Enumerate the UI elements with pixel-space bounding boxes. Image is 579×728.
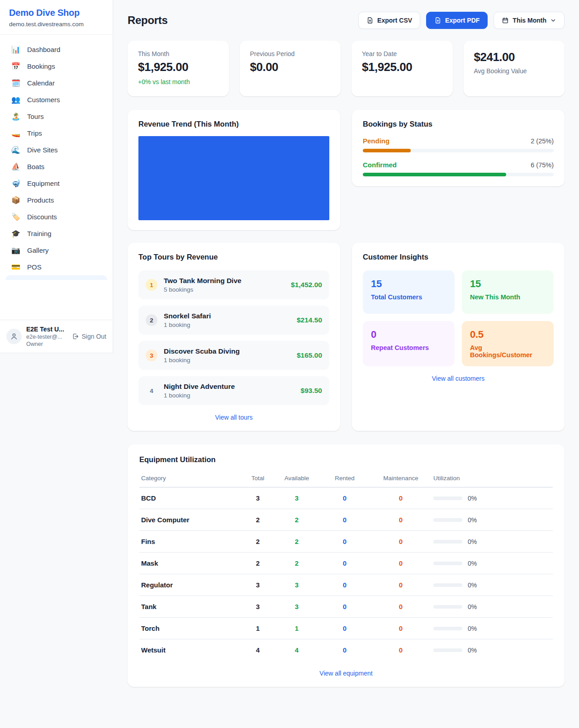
customer-insights-panel: Customer Insights 15 Total Customers 15 … [352,243,565,431]
cell-total: 1 [242,618,274,639]
sidebar-item-gallery[interactable]: 📷 Gallery [5,242,107,259]
stat-value: $0.00 [250,60,331,74]
sidebar-item-label: Calendar [27,79,55,87]
cell-rented: 0 [319,574,370,596]
sidebar-item-tours[interactable]: 🏝️ Tours [5,108,107,125]
cell-rented: 0 [319,553,370,574]
progress-fill [363,149,411,152]
table-row: Fins22000% [139,531,553,553]
cell-available: 2 [274,531,319,553]
person-icon [10,332,18,340]
boats-icon: ⛵ [11,162,21,171]
export-pdf-button[interactable]: Export PDF [426,12,488,29]
col-header-total: Total [242,470,274,487]
sidebar-item-label: Products [27,196,54,204]
equipment-table: Category Total Available Rented Maintena… [139,470,553,661]
utilization-text: 0% [468,560,477,567]
discounts-icon: 🏷️ [11,213,21,221]
cell-total: 2 [242,509,274,531]
cell-category: Torch [139,618,242,639]
top-tours-panel: Top Tours by Revenue 1 Two Tank Morning … [128,243,340,431]
period-dropdown[interactable]: This Month [494,12,565,29]
sidebar-item-equipment[interactable]: 🤿 Equipment [5,175,107,192]
tour-amount: $214.50 [297,316,322,324]
sidebar-item-discounts[interactable]: 🏷️ Discounts [5,208,107,225]
tour-row: 2 Snorkel Safari 1 booking $214.50 [138,306,329,335]
gallery-icon: 📷 [11,246,21,255]
progress-fill [363,173,506,176]
tile-label: Repeat Customers [371,344,446,351]
tile-label: Total Customers [371,293,446,301]
sidebar-nav: 📊 Dashboard 📅 Bookings 🗓️ Calendar 👥 Cus… [0,35,113,280]
sign-out-button[interactable]: Sign Out [72,333,106,340]
tour-name: Night Dive Adventure [164,383,294,391]
col-header-maintenance: Maintenance [370,470,432,487]
view-all-customers-link[interactable]: View all customers [363,375,554,382]
charts-row: Revenue Trend (This Month) Bookings by S… [128,110,565,230]
sidebar-item-training[interactable]: 🎓 Training [5,225,107,242]
sidebar-item-bookings[interactable]: 📅 Bookings [5,58,107,75]
tour-row: 1 Two Tank Morning Dive 5 bookings $1,45… [138,270,329,299]
sidebar-item-label: Equipment [27,180,60,187]
cell-rented: 0 [319,596,370,618]
bookings-icon: 📅 [11,62,21,71]
stat-label: Previous Period [250,50,331,57]
utilization-bar [433,496,462,500]
sign-out-icon [72,333,79,340]
cell-utilization: 0% [432,639,553,661]
utilization-bar [433,648,462,652]
cell-maintenance: 0 [370,639,432,661]
sidebar-item-dashboard[interactable]: 📊 Dashboard [5,41,107,58]
sidebar-item-pos[interactable]: 💳 POS [5,259,107,275]
user-role: Owner [26,341,67,347]
cell-available: 2 [274,553,319,574]
chevron-down-icon [550,17,556,24]
sidebar-item-label: Training [27,230,52,237]
rank-badge: 2 [146,314,157,326]
panel-title: Customer Insights [363,253,554,261]
table-row: BCD33000% [139,487,553,509]
cell-utilization: 0% [432,487,553,509]
sidebar-item-trips[interactable]: 🚤 Trips [5,125,107,142]
cell-category: Wetsuit [139,639,242,661]
stat-value: $241.00 [474,50,555,64]
user-email: e2e-tester@... [26,334,67,340]
export-csv-button[interactable]: Export CSV [358,12,420,29]
tile-value: 15 [371,278,446,290]
sidebar-item-products[interactable]: 📦 Products [5,192,107,208]
shop-domain: demo.test.divestreams.com [9,21,104,28]
utilization-text: 0% [468,495,477,502]
status-label: Pending [363,137,389,145]
bookings-by-status-panel: Bookings by Status Pending 2 (25%) Confi… [352,110,565,186]
sidebar-item-dive-sites[interactable]: 🌊 Dive Sites [5,142,107,158]
stat-value: $1,925.00 [138,60,218,74]
sign-out-label: Sign Out [82,333,106,340]
utilization-bar [433,605,462,609]
cell-total: 3 [242,596,274,618]
utilization-bar [433,540,462,544]
cell-maintenance: 0 [370,618,432,639]
progress-track [363,173,554,176]
table-row: Regulator33000% [139,574,553,596]
revenue-trend-panel: Revenue Trend (This Month) [128,110,340,230]
tour-bookings: 1 booking [164,392,294,399]
tour-name: Discover Scuba Diving [164,347,290,355]
products-icon: 📦 [11,196,21,204]
sidebar-item-boats[interactable]: ⛵ Boats [5,158,107,175]
sidebar: Demo Dive Shop demo.test.divestreams.com… [0,0,113,353]
view-all-equipment-link[interactable]: View all equipment [139,670,553,677]
sidebar-item-label: Tours [27,113,44,120]
status-value: 2 (25%) [531,137,554,145]
cell-maintenance: 0 [370,487,432,509]
shop-name: Demo Dive Shop [9,8,104,18]
sidebar-item-customers[interactable]: 👥 Customers [5,91,107,108]
view-all-tours-link[interactable]: View all tours [138,414,329,421]
calendar-icon [502,17,509,24]
page-title: Reports [128,14,168,27]
sidebar-item-reports-active-partial[interactable] [5,275,107,280]
utilization-text: 0% [468,581,477,589]
cell-utilization: 0% [432,574,553,596]
sidebar-item-calendar[interactable]: 🗓️ Calendar [5,75,107,91]
equipment-utilization-panel: Equipment Utilization Category Total Ava… [128,444,565,687]
panel-title: Revenue Trend (This Month) [138,120,329,128]
